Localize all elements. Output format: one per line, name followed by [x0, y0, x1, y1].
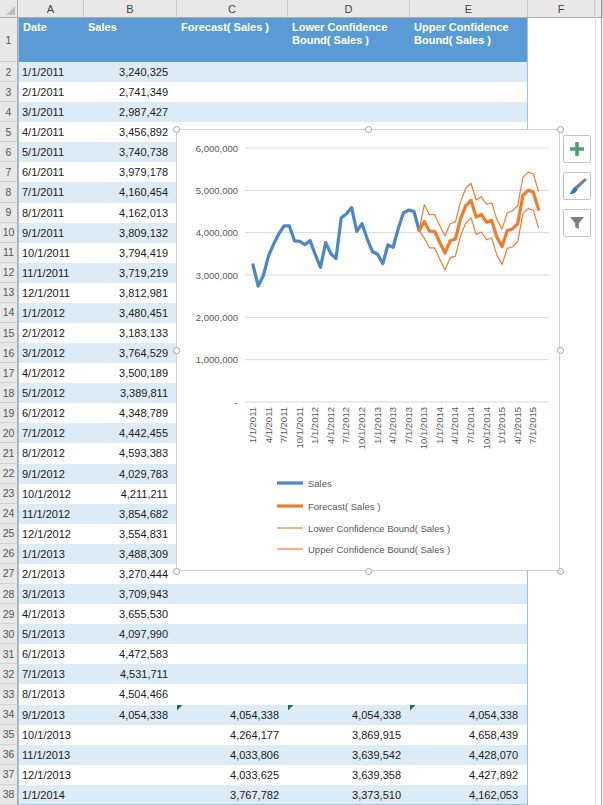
row-header-13[interactable]: 13 [0, 283, 18, 303]
row-header-11[interactable]: 11 [0, 243, 18, 263]
cell-B21[interactable]: 4,593,383 [84, 443, 177, 463]
cell-B23[interactable]: 4,211,211 [84, 484, 177, 504]
cell-D28[interactable] [288, 584, 410, 604]
row-header-26[interactable]: 26 [0, 544, 18, 564]
cell-F1[interactable] [528, 18, 595, 62]
cell-A11[interactable]: 10/1/2011 [18, 243, 84, 263]
cell-C32[interactable] [177, 664, 288, 684]
cell-A22[interactable]: 9/1/2012 [18, 464, 84, 484]
cell-D37[interactable]: 3,639,358 [288, 765, 410, 785]
cell-D3[interactable] [288, 82, 410, 102]
cell-F3[interactable] [528, 82, 595, 102]
cell-C2[interactable] [177, 62, 288, 82]
row-header-4[interactable]: 4 [0, 102, 18, 122]
cell-B2[interactable]: 3,240,325 [84, 62, 177, 82]
cell-A4[interactable]: 3/1/2011 [18, 102, 84, 122]
cell-A9[interactable]: 8/1/2011 [18, 203, 84, 223]
chart-styles-button[interactable] [563, 172, 591, 200]
cell-B3[interactable]: 2,741,349 [84, 82, 177, 102]
cell-A37[interactable]: 12/1/2013 [18, 765, 84, 785]
row-header-16[interactable]: 16 [0, 343, 18, 363]
row-header-1[interactable]: 1 [0, 18, 18, 62]
legend-label[interactable]: Upper Confidence Bound( Sales ) [308, 544, 450, 555]
row-header-33[interactable]: 33 [0, 684, 18, 704]
cell-B25[interactable]: 3,554,831 [84, 524, 177, 544]
table-header-lower-bound[interactable]: Lower Confidence Bound( Sales ) [288, 18, 410, 62]
cell-E29[interactable] [410, 604, 528, 624]
row-header-3[interactable]: 3 [0, 82, 18, 102]
row-header-20[interactable]: 20 [0, 423, 18, 443]
column-header-C[interactable]: C [177, 0, 288, 18]
table-header-sales[interactable]: Sales [84, 18, 177, 62]
cell-C28[interactable] [177, 584, 288, 604]
row-header-35[interactable]: 35 [0, 725, 18, 745]
cell-E3[interactable] [410, 82, 528, 102]
cell-B5[interactable]: 3,456,892 [84, 122, 177, 142]
cell-C31[interactable] [177, 644, 288, 664]
legend-label[interactable]: Lower Confidence Bound( Sales ) [308, 523, 450, 534]
cell-A18[interactable]: 5/1/2012 [18, 383, 84, 403]
cell-E4[interactable] [410, 102, 528, 122]
row-header-21[interactable]: 21 [0, 443, 18, 463]
cell-B7[interactable]: 3,979,178 [84, 162, 177, 182]
cell-B27[interactable]: 3,270,444 [84, 564, 177, 584]
row-header-15[interactable]: 15 [0, 323, 18, 343]
cell-B14[interactable]: 3,480,451 [84, 303, 177, 323]
selection-handle[interactable] [557, 126, 564, 133]
cell-D4[interactable] [288, 102, 410, 122]
cell-D2[interactable] [288, 62, 410, 82]
chart-filters-button[interactable] [563, 209, 591, 237]
cell-F34[interactable] [528, 705, 595, 725]
chart-elements-button[interactable] [563, 135, 591, 163]
cell-B19[interactable]: 4,348,789 [84, 403, 177, 423]
selection-handle[interactable] [365, 126, 372, 133]
cell-A5[interactable]: 4/1/2011 [18, 122, 84, 142]
cell-A15[interactable]: 2/1/2012 [18, 323, 84, 343]
cell-B16[interactable]: 3,764,529 [84, 343, 177, 363]
series-line-forecast[interactable] [419, 190, 538, 253]
row-header-31[interactable]: 31 [0, 644, 18, 664]
row-header-2[interactable]: 2 [0, 62, 18, 82]
cell-A31[interactable]: 6/1/2013 [18, 644, 84, 664]
cell-A8[interactable]: 7/1/2011 [18, 182, 84, 202]
cell-D33[interactable] [288, 684, 410, 704]
row-header-23[interactable]: 23 [0, 484, 18, 504]
cell-A38[interactable]: 1/1/2014 [18, 785, 84, 805]
row-header-25[interactable]: 25 [0, 524, 18, 544]
cell-C29[interactable] [177, 604, 288, 624]
legend-label[interactable]: Forecast( Sales ) [308, 501, 380, 512]
cell-A28[interactable]: 3/1/2013 [18, 584, 84, 604]
row-header-36[interactable]: 36 [0, 745, 18, 765]
cell-E34[interactable]: 4,054,338 [410, 705, 528, 725]
row-header-24[interactable]: 24 [0, 504, 18, 524]
cell-F31[interactable] [528, 644, 595, 664]
row-header-8[interactable]: 8 [0, 182, 18, 202]
row-header-12[interactable]: 12 [0, 263, 18, 283]
cell-C38[interactable]: 3,767,782 [177, 785, 288, 805]
row-header-5[interactable]: 5 [0, 122, 18, 142]
row-header-19[interactable]: 19 [0, 403, 18, 423]
selection-handle[interactable] [365, 568, 372, 575]
column-header-E[interactable]: E [410, 0, 528, 18]
cell-E28[interactable] [410, 584, 528, 604]
cell-B26[interactable]: 3,488,309 [84, 544, 177, 564]
cell-A23[interactable]: 10/1/2012 [18, 484, 84, 504]
cell-B8[interactable]: 4,160,454 [84, 182, 177, 202]
cell-A13[interactable]: 12/1/2011 [18, 283, 84, 303]
cell-E35[interactable]: 4,658,439 [410, 725, 528, 745]
cell-D31[interactable] [288, 644, 410, 664]
row-header-32[interactable]: 32 [0, 664, 18, 684]
cell-A20[interactable]: 7/1/2012 [18, 423, 84, 443]
row-header-37[interactable]: 37 [0, 765, 18, 785]
cell-F35[interactable] [528, 725, 595, 745]
selection-handle[interactable] [557, 347, 564, 354]
cell-F33[interactable] [528, 684, 595, 704]
cell-E32[interactable] [410, 664, 528, 684]
column-header-B[interactable]: B [84, 0, 177, 18]
cell-A30[interactable]: 5/1/2013 [18, 624, 84, 644]
forecast-chart[interactable]: -1,000,0002,000,0003,000,0004,000,0005,0… [176, 129, 560, 571]
column-header-D[interactable]: D [288, 0, 410, 18]
cell-D32[interactable] [288, 664, 410, 684]
row-header-6[interactable]: 6 [0, 142, 18, 162]
cell-E33[interactable] [410, 684, 528, 704]
